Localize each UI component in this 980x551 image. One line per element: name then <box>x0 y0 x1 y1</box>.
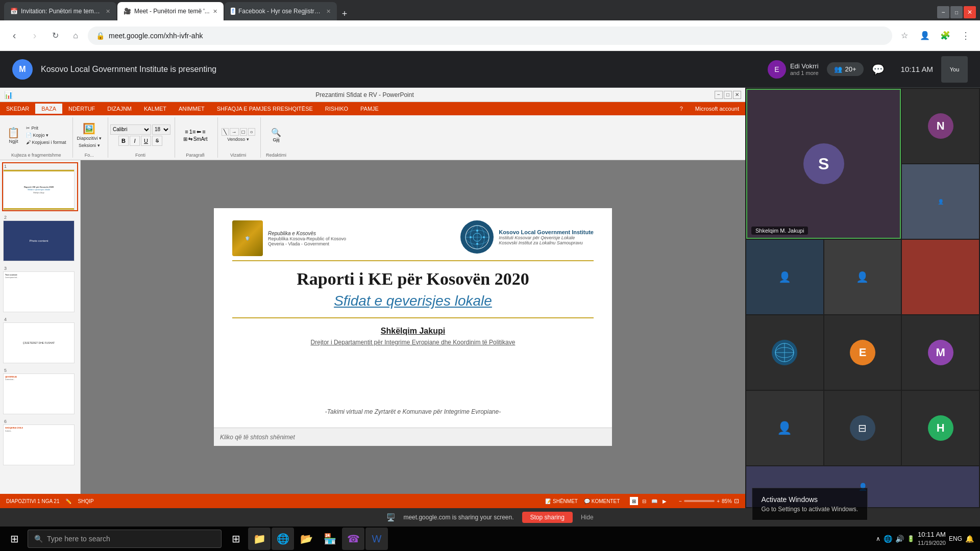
activate-title: Activate Windows <box>762 495 858 504</box>
copy-button[interactable]: 📄 Kopjo ▾ <box>24 132 68 138</box>
new-tab-button[interactable]: + <box>338 9 352 19</box>
format-painter[interactable]: 🖌 Kopjuesi i format <box>24 139 68 145</box>
italic-button[interactable]: I <box>130 136 140 146</box>
text-direction-button[interactable]: ⇆ <box>188 136 192 142</box>
back-button[interactable]: ‹ <box>6 28 22 44</box>
hide-button[interactable]: Hide <box>581 514 594 521</box>
numbering-button[interactable]: 1≡ <box>189 129 196 135</box>
bookmark-button[interactable]: ☆ <box>896 28 913 44</box>
find-button[interactable]: 🔍 Gjij <box>271 128 281 142</box>
smartart-button[interactable]: SmArt <box>193 136 208 142</box>
fit-slide[interactable]: ⊡ <box>734 497 739 505</box>
slide-thumb-2[interactable]: 2 Photo content <box>2 213 78 262</box>
ribbon-tab-pamje[interactable]: PAMJE <box>354 104 385 114</box>
reload-button[interactable]: ↻ <box>47 28 63 44</box>
paste-button[interactable]: 📋 Ngjit <box>4 126 23 145</box>
bold-button[interactable]: B <box>118 136 129 146</box>
ribbon-tab-kalmet[interactable]: KALMET <box>138 104 173 114</box>
slide-thumb-3[interactable]: 3 Text content Lorem ipsum text... <box>2 264 78 313</box>
font-family-select[interactable]: Calibri <box>110 124 151 135</box>
extensions-button[interactable]: 🧩 <box>937 28 953 44</box>
slide-divider-bottom <box>232 317 594 318</box>
participant-tile-h: H <box>902 391 979 465</box>
tab-2-close[interactable]: ✕ <box>213 8 217 15</box>
notes-bar[interactable]: Kliko që të shtosh shënimet <box>214 428 612 446</box>
store-button[interactable]: 🏪 <box>318 528 341 550</box>
slide-subtitle[interactable]: Sfidat e qeverisjes lokale <box>232 293 594 309</box>
slide-main-title[interactable]: Raporti i KE për Kosovën 2020 <box>232 269 594 289</box>
ribbon-tab-baza[interactable]: BAZA <box>35 104 62 114</box>
task-view-button[interactable]: ⊞ <box>225 528 247 550</box>
participants-button[interactable]: 👥 20+ <box>827 62 864 76</box>
slide-canvas[interactable]: 🛡️ Republika e Kosovës Republika Kosova-… <box>214 208 612 428</box>
phone-button[interactable]: ☎ <box>342 528 364 550</box>
address-bar[interactable]: 🔒 meet.google.com/xhh-ivfr-ahk <box>88 27 892 45</box>
ppt-close[interactable]: ✕ <box>733 91 741 99</box>
align-left-button[interactable]: ⬅ <box>197 129 201 135</box>
section-button[interactable]: Seksioni ▾ <box>75 142 104 148</box>
bullets-button[interactable]: ≡ <box>185 129 188 135</box>
tab-1-close[interactable]: ✕ <box>106 8 110 15</box>
close-button[interactable]: ✕ <box>964 6 976 18</box>
edge-button[interactable]: 🌐 <box>272 528 294 550</box>
ribbon-help[interactable]: ? <box>674 104 689 114</box>
strikethrough-button[interactable]: S̶ <box>152 136 162 146</box>
ppt-restore[interactable]: □ <box>724 91 732 99</box>
forward-button[interactable]: › <box>27 28 43 44</box>
tab-3-close[interactable]: ✕ <box>326 8 331 15</box>
zoom-in[interactable]: + <box>717 498 720 504</box>
hidden-icons-button[interactable]: ∧ <box>876 535 880 542</box>
zoom-slider[interactable] <box>684 500 715 502</box>
slides-label: Fo... <box>85 153 94 158</box>
reading-view[interactable]: 📖 <box>650 497 658 505</box>
stop-sharing-button[interactable]: Stop sharing <box>522 512 573 523</box>
ribbon-tab-skedar[interactable]: SKEDAR <box>0 104 35 114</box>
normal-view[interactable]: ⊞ <box>630 497 638 505</box>
zoom-out[interactable]: − <box>679 498 682 504</box>
start-button[interactable]: ⊞ <box>2 527 27 551</box>
slide-thumb-5[interactable]: 5 QEVERISJA Content text... <box>2 366 78 415</box>
word-button[interactable]: W <box>365 528 388 550</box>
slide-sorter[interactable]: ⊟ <box>640 497 648 505</box>
ppt-minimize[interactable]: − <box>715 91 723 99</box>
ribbon-tab-shfaqja[interactable]: SHFAQJA E PAMJES RRESHQITËSE <box>211 104 319 114</box>
minimize-button[interactable]: − <box>937 6 949 18</box>
menu-button[interactable]: ⋮ <box>958 28 974 44</box>
tab-2[interactable]: 🎥 Meet - Punëtori me temë '... ✕ <box>117 2 224 20</box>
underline-button[interactable]: U <box>141 136 151 146</box>
zoom-control[interactable]: − + 85% ⊡ <box>679 497 739 505</box>
taskbar-search[interactable]: 🔍 Type here to search <box>28 530 222 548</box>
slide-thumb-4[interactable]: 4 ÇRJETERET DHE FUSHAT <box>2 315 78 364</box>
tab-3[interactable]: f Facebook - Hyr ose Regjistrohu ✕ <box>225 2 337 20</box>
columns-button[interactable]: ⊞ <box>183 136 187 142</box>
file-explorer-button[interactable]: 📁 <box>248 528 271 550</box>
new-slide-button[interactable]: 🖼️ Diapozitivi ▾ <box>75 122 104 141</box>
slide-thumb-1[interactable]: 1 Raporti i KE për Kosovën 2020 Sfidat e… <box>2 162 78 211</box>
cut-button[interactable]: ✂ Prit <box>24 125 68 131</box>
participant-tile-video2: 👤 <box>746 240 823 314</box>
notes-toggle[interactable]: 📝 SHËNMET <box>545 498 578 504</box>
ribbon-tab-rishiko[interactable]: RISHIKO <box>319 104 354 114</box>
microsoft-account[interactable]: Microsoft account <box>689 104 745 114</box>
edit-icon: ✏️ <box>65 498 71 504</box>
ribbon-tab-animmet[interactable]: ANIMMET <box>173 104 211 114</box>
slide-thumb-6[interactable]: 6 SHOQËRIA CIVILE Content... <box>2 417 78 466</box>
profile-button[interactable]: 👤 <box>917 28 933 44</box>
ribbon-group-paragraph: ≡ 1≡ ⬅ ≡ ⊞ ⇆ SmArt Paragrafi <box>177 117 218 158</box>
notification-button[interactable]: 🔔 <box>965 535 974 543</box>
font-size-select[interactable]: 18 <box>152 124 170 135</box>
ribbon-tab-ndrrtuf[interactable]: NDËRTUF <box>62 104 101 114</box>
maximize-button[interactable]: □ <box>950 6 963 18</box>
clock-display[interactable]: 10:11 AM 11/19/2020 <box>918 530 946 547</box>
arrange-button[interactable]: Vendoso ▾ <box>227 137 249 142</box>
align-center-button[interactable]: ≡ <box>202 129 205 135</box>
home-button[interactable]: ⌂ <box>67 28 84 44</box>
comments-toggle[interactable]: 💬 KOMENTET <box>584 498 620 504</box>
tab-1[interactable]: 📅 Invitation: Punëtori me temë '... ✕ <box>4 2 116 20</box>
chat-button[interactable]: 💬 <box>872 63 885 76</box>
slide-presenter-name[interactable]: Shkëlqim Jakupi <box>232 327 594 336</box>
slideshow-view[interactable]: ▶ <box>660 497 669 505</box>
ribbon-tab-dizajnm[interactable]: DIZAJNM <box>101 104 138 114</box>
folder-button2[interactable]: 📂 <box>295 528 317 550</box>
clock-date: 11/19/2020 <box>918 539 946 547</box>
